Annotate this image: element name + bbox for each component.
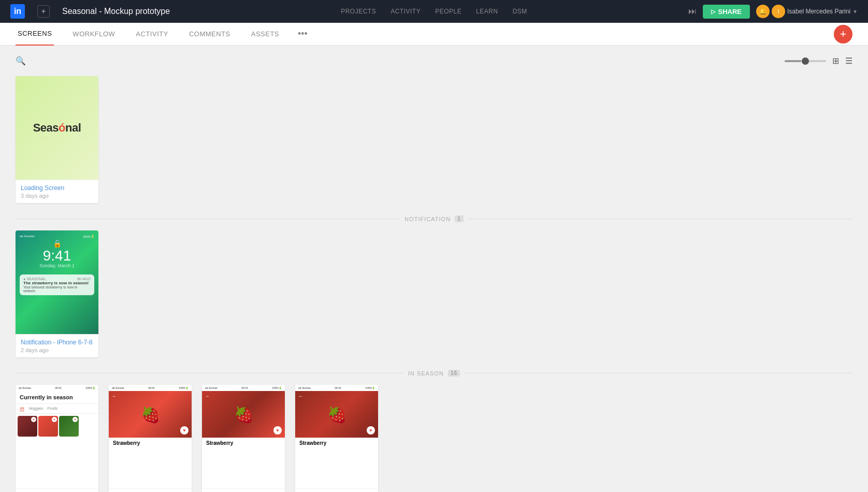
heart-fav-2[interactable]: ♥ [273, 426, 282, 435]
fruit-item-3: ♥ [59, 416, 79, 437]
heart-icon-3: ♥ [73, 417, 78, 422]
screen-card-strawberry2[interactable]: att Sunrise09:41100%🔋 ← ♥ Strawberry Str… [202, 385, 285, 492]
notif-title: The strawberry is now in season! [23, 281, 91, 285]
top-nav: in + Seasonal - Mockup prototype PROJECT… [0, 0, 868, 23]
tab-activity[interactable]: ACTIVITY [134, 23, 170, 46]
add-project-button[interactable]: + [37, 5, 50, 18]
section-inseason: att Sunrise09:41100%🔋 Currently in seaso… [16, 385, 852, 492]
inseason-app-header: Currently in season [16, 391, 98, 404]
top-nav-right: ⏭ SHARE 🔔 I Isabel Mercedes Parini ▼ [688, 5, 858, 19]
heart-fav-1[interactable]: ♥ [180, 426, 189, 435]
share-button[interactable]: SHARE [703, 5, 750, 19]
avatar-group: 🔔 I Isabel Mercedes Parini ▼ [756, 5, 858, 18]
strawberry-title-1: Strawberry [109, 438, 192, 447]
strawberry-header-1: ← [109, 391, 192, 401]
filter-all[interactable]: All [20, 406, 24, 411]
fruit-item-1: ♥ [18, 416, 37, 437]
heart-icon-1: ♥ [31, 417, 36, 422]
strawberry-image-3: ← ♥ [295, 391, 378, 438]
strawberry-title-2: Strawberry [202, 438, 285, 447]
screen-preview-strawberry2: att Sunrise09:41100%🔋 ← ♥ Strawberry [202, 385, 285, 488]
screen-preview-inseason: att Sunrise09:41100%🔋 Currently in seaso… [16, 385, 98, 488]
fruit-grid: ♥ ♥ ♥ [16, 414, 98, 439]
strawberry-image-1: ← ♥ [109, 391, 192, 438]
screen-cards-notification: att Sunrise 100%🔋 🔒 9:41 Sunday, March 1… [16, 230, 852, 357]
screen-card-inseason[interactable]: att Sunrise09:41100%🔋 Currently in seaso… [16, 385, 98, 492]
nav-dsm[interactable]: DSM [513, 8, 527, 15]
nav-people[interactable]: PEOPLE [435, 8, 461, 15]
screen-name-loading: Loading Screen [21, 184, 93, 192]
nav-learn[interactable]: LEARN [476, 8, 498, 15]
tab-more[interactable]: ••• [298, 28, 308, 39]
nav-activity[interactable]: ACTIVITY [390, 8, 421, 15]
strawberry-preview-bg: att Sunrise09:41100%🔋 ← ♥ Strawberry [109, 385, 192, 488]
tab-workflow[interactable]: WORKFLOW [70, 23, 117, 46]
screen-info-notification: Notification - iPhone 6-7-8 2 days ago [16, 334, 98, 357]
nav-projects[interactable]: PROJECTS [341, 8, 376, 15]
screen-preview-notification: att Sunrise 100%🔋 🔒 9:41 Sunday, March 1… [16, 230, 98, 334]
tab-comments[interactable]: COMMENTS [187, 23, 233, 46]
screen-preview-strawberry1: att Sunrise09:41100%🔋 ← ♥ Strawberry [109, 385, 192, 488]
add-screen-button[interactable]: + [834, 25, 852, 44]
user-avatar: I [772, 5, 785, 18]
screen-card-strawberry3[interactable]: att Sunrise09:41100%🔋 ← ♥ Strawberry Str… [295, 385, 378, 492]
section-loading: Seasónal Loading Screen 3 days ago [16, 76, 852, 203]
heart-fav-3[interactable]: ♥ [367, 426, 375, 435]
notification-preview-bg: att Sunrise 100%🔋 🔒 9:41 Sunday, March 1… [16, 230, 98, 334]
screen-preview-loading: Seasónal [16, 76, 98, 180]
phone-date: Sunday, March 1 [20, 263, 94, 268]
strawberry1-top-bar: att Sunrise09:41100%🔋 [109, 385, 192, 391]
top-nav-center: PROJECTS ACTIVITY PEOPLE LEARN DSM [341, 8, 527, 15]
grid-view-icon[interactable]: ⊞ [832, 56, 839, 66]
lock-icon: 🔒 [20, 239, 94, 248]
screen-preview-strawberry3: att Sunrise09:41100%🔋 ← ♥ Strawberry [295, 385, 378, 488]
invision-logo[interactable]: in [10, 4, 25, 19]
notification-count: 1 [455, 215, 464, 222]
screen-info-inseason: Currently in season [16, 488, 98, 492]
phone-time: 9:41 [20, 249, 94, 263]
notification-banner: ● SEASONAL 9h ago The strawberry is now … [20, 274, 94, 295]
screen-card-notification[interactable]: att Sunrise 100%🔋 🔒 9:41 Sunday, March 1… [16, 230, 98, 357]
user-name: Isabel Mercedes Parini [787, 8, 850, 15]
fruit-item-2: ♥ [38, 416, 58, 437]
notif-body: Your beloved strawberry is now in season… [23, 285, 91, 293]
section-label-notification: NOTIFICATION 1 [16, 215, 852, 222]
preview-icon[interactable]: ⏭ [688, 7, 697, 16]
notif-app-name: ● SEASONAL 9h ago [23, 277, 91, 281]
tab-screens[interactable]: SCREENS [16, 23, 54, 46]
strawberry-preview-bg2: att Sunrise09:41100%🔋 ← ♥ Strawberry [202, 385, 285, 488]
screen-info-strawberry3: Strawberry [295, 488, 378, 492]
screen-card-loading[interactable]: Seasónal Loading Screen 3 days ago [16, 76, 98, 203]
inseason-top-bar: att Sunrise09:41100%🔋 [16, 385, 98, 391]
zoom-slider[interactable] [785, 60, 826, 62]
list-view-icon[interactable]: ☰ [845, 56, 852, 66]
search-icon[interactable]: 🔍 [16, 56, 26, 66]
strawberry2-top-bar: att Sunrise09:41100%🔋 [202, 385, 285, 391]
user-menu-arrow[interactable]: ▼ [852, 9, 858, 15]
inseason-count: 16 [448, 370, 460, 377]
screen-date-loading: 3 days ago [21, 193, 93, 199]
tab-assets[interactable]: ASSETS [249, 23, 281, 46]
filter-fruits[interactable]: Fruits [47, 406, 57, 411]
screen-cards-loading: Seasónal Loading Screen 3 days ago [16, 76, 852, 203]
screen-info-strawberry2: Strawberry [202, 488, 285, 492]
screen-card-strawberry1[interactable]: att Sunrise09:41100%🔋 ← ♥ Strawberry Str… [109, 385, 192, 492]
loading-preview-bg: Seasónal [16, 76, 98, 180]
toolbar: 🔍 ⊞ ☰ [16, 56, 852, 66]
zoom-handle[interactable] [802, 57, 809, 65]
strawberry-header-2: ← [202, 391, 285, 401]
section-label-inseason: IN SEASON 16 [16, 370, 852, 377]
screen-info-loading: Loading Screen 3 days ago [16, 180, 98, 203]
back-arrow-1[interactable]: ← [112, 393, 117, 399]
strawberry-header-3: ← [295, 391, 378, 401]
filter-veggies[interactable]: Veggies [28, 406, 43, 411]
project-title: Seasonal - Mockup prototype [62, 7, 170, 16]
filter-tabs: All Veggies Fruits [16, 404, 98, 414]
section-notification: att Sunrise 100%🔋 🔒 9:41 Sunday, March 1… [16, 230, 852, 357]
back-arrow-3[interactable]: ← [298, 393, 303, 399]
toolbar-right: ⊞ ☰ [785, 56, 852, 66]
back-arrow-2[interactable]: ← [205, 393, 210, 399]
heart-icon-2: ♥ [52, 417, 57, 422]
screen-cards-inseason: att Sunrise09:41100%🔋 Currently in seaso… [16, 385, 852, 492]
screen-name-notification: Notification - iPhone 6-7-8 [21, 339, 93, 346]
